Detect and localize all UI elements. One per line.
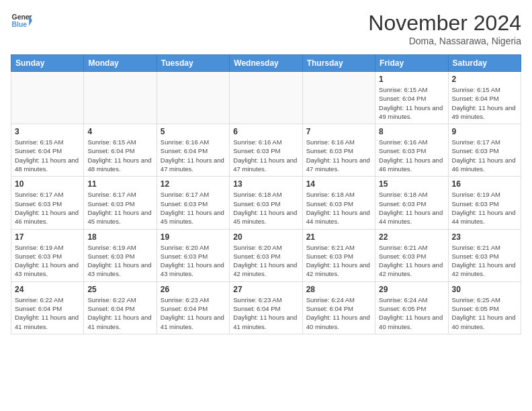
calendar-table: SundayMondayTuesdayWednesdayThursdayFrid… bbox=[11, 54, 521, 334]
week-row-4: 17Sunrise: 6:19 AM Sunset: 6:03 PM Dayli… bbox=[11, 229, 521, 281]
calendar-cell: 19Sunrise: 6:20 AM Sunset: 6:03 PM Dayli… bbox=[157, 229, 229, 281]
calendar-cell: 5Sunrise: 6:16 AM Sunset: 6:04 PM Daylig… bbox=[157, 124, 229, 177]
calendar-cell: 18Sunrise: 6:19 AM Sunset: 6:03 PM Dayli… bbox=[84, 229, 157, 281]
calendar-cell: 28Sunrise: 6:24 AM Sunset: 6:04 PM Dayli… bbox=[302, 281, 375, 334]
day-number: 22 bbox=[379, 232, 444, 242]
day-number: 16 bbox=[452, 179, 517, 189]
week-row-2: 3Sunrise: 6:15 AM Sunset: 6:04 PM Daylig… bbox=[11, 124, 521, 177]
calendar-cell: 14Sunrise: 6:18 AM Sunset: 6:03 PM Dayli… bbox=[302, 177, 375, 229]
calendar-cell: 2Sunrise: 6:15 AM Sunset: 6:04 PM Daylig… bbox=[448, 72, 521, 124]
calendar-cell: 3Sunrise: 6:15 AM Sunset: 6:04 PM Daylig… bbox=[11, 124, 84, 177]
logo: General Blue bbox=[11, 11, 32, 32]
calendar-cell: 24Sunrise: 6:22 AM Sunset: 6:04 PM Dayli… bbox=[11, 281, 84, 334]
calendar-cell: 13Sunrise: 6:18 AM Sunset: 6:03 PM Dayli… bbox=[230, 177, 302, 229]
calendar-body: 1Sunrise: 6:15 AM Sunset: 6:04 PM Daylig… bbox=[11, 72, 521, 334]
header-tuesday: Tuesday bbox=[157, 55, 229, 72]
calendar-cell: 9Sunrise: 6:17 AM Sunset: 6:03 PM Daylig… bbox=[448, 124, 521, 177]
calendar-cell: 8Sunrise: 6:16 AM Sunset: 6:03 PM Daylig… bbox=[375, 124, 448, 177]
day-info: Sunrise: 6:20 AM Sunset: 6:03 PM Dayligh… bbox=[233, 243, 298, 279]
logo-icon: General Blue bbox=[11, 11, 32, 32]
calendar-cell bbox=[84, 72, 157, 124]
header-friday: Friday bbox=[375, 55, 448, 72]
calendar-cell: 30Sunrise: 6:25 AM Sunset: 6:05 PM Dayli… bbox=[448, 281, 521, 334]
header-monday: Monday bbox=[84, 55, 157, 72]
header-sunday: Sunday bbox=[11, 55, 84, 72]
calendar-cell: 27Sunrise: 6:23 AM Sunset: 6:04 PM Dayli… bbox=[230, 281, 302, 334]
day-number: 20 bbox=[233, 232, 298, 242]
day-info: Sunrise: 6:18 AM Sunset: 6:03 PM Dayligh… bbox=[233, 190, 298, 226]
calendar-cell: 22Sunrise: 6:21 AM Sunset: 6:03 PM Dayli… bbox=[375, 229, 448, 281]
day-number: 26 bbox=[161, 285, 226, 294]
day-info: Sunrise: 6:15 AM Sunset: 6:04 PM Dayligh… bbox=[15, 138, 80, 173]
week-row-3: 10Sunrise: 6:17 AM Sunset: 6:03 PM Dayli… bbox=[11, 177, 521, 229]
day-info: Sunrise: 6:19 AM Sunset: 6:03 PM Dayligh… bbox=[87, 243, 152, 279]
day-number: 2 bbox=[452, 75, 517, 84]
day-info: Sunrise: 6:16 AM Sunset: 6:04 PM Dayligh… bbox=[161, 138, 226, 173]
day-info: Sunrise: 6:18 AM Sunset: 6:03 PM Dayligh… bbox=[306, 190, 371, 226]
calendar-cell: 21Sunrise: 6:21 AM Sunset: 6:03 PM Dayli… bbox=[302, 229, 375, 281]
calendar-cell: 12Sunrise: 6:17 AM Sunset: 6:03 PM Dayli… bbox=[157, 177, 229, 229]
day-number: 1 bbox=[379, 75, 444, 84]
day-number: 18 bbox=[87, 232, 152, 242]
calendar-cell: 10Sunrise: 6:17 AM Sunset: 6:03 PM Dayli… bbox=[11, 177, 84, 229]
calendar-cell: 6Sunrise: 6:16 AM Sunset: 6:03 PM Daylig… bbox=[230, 124, 302, 177]
title-block: November 2024 Doma, Nassarawa, Nigeria bbox=[368, 11, 521, 46]
day-info: Sunrise: 6:21 AM Sunset: 6:03 PM Dayligh… bbox=[306, 243, 371, 279]
day-info: Sunrise: 6:20 AM Sunset: 6:03 PM Dayligh… bbox=[161, 243, 226, 279]
day-info: Sunrise: 6:23 AM Sunset: 6:04 PM Dayligh… bbox=[233, 295, 298, 331]
day-info: Sunrise: 6:16 AM Sunset: 6:03 PM Dayligh… bbox=[306, 138, 371, 173]
day-info: Sunrise: 6:16 AM Sunset: 6:03 PM Dayligh… bbox=[379, 138, 444, 173]
day-number: 4 bbox=[87, 127, 152, 136]
day-info: Sunrise: 6:23 AM Sunset: 6:04 PM Dayligh… bbox=[161, 295, 226, 331]
day-info: Sunrise: 6:15 AM Sunset: 6:04 PM Dayligh… bbox=[452, 85, 517, 121]
day-number: 6 bbox=[233, 127, 298, 136]
day-number: 15 bbox=[379, 179, 444, 189]
day-number: 11 bbox=[87, 179, 152, 189]
day-number: 19 bbox=[161, 232, 226, 242]
day-info: Sunrise: 6:19 AM Sunset: 6:03 PM Dayligh… bbox=[15, 243, 80, 279]
week-row-5: 24Sunrise: 6:22 AM Sunset: 6:04 PM Dayli… bbox=[11, 281, 521, 334]
day-number: 14 bbox=[306, 179, 371, 189]
svg-text:Blue: Blue bbox=[12, 21, 28, 28]
day-info: Sunrise: 6:16 AM Sunset: 6:03 PM Dayligh… bbox=[233, 138, 298, 173]
day-number: 21 bbox=[306, 232, 371, 242]
calendar-cell bbox=[302, 72, 375, 124]
day-number: 10 bbox=[15, 179, 80, 189]
day-info: Sunrise: 6:15 AM Sunset: 6:04 PM Dayligh… bbox=[379, 85, 444, 121]
day-number: 5 bbox=[161, 127, 226, 136]
day-number: 9 bbox=[452, 127, 517, 136]
calendar-cell: 25Sunrise: 6:22 AM Sunset: 6:04 PM Dayli… bbox=[84, 281, 157, 334]
day-number: 12 bbox=[161, 179, 226, 189]
day-info: Sunrise: 6:22 AM Sunset: 6:04 PM Dayligh… bbox=[87, 295, 152, 331]
week-row-1: 1Sunrise: 6:15 AM Sunset: 6:04 PM Daylig… bbox=[11, 72, 521, 124]
day-info: Sunrise: 6:22 AM Sunset: 6:04 PM Dayligh… bbox=[15, 295, 80, 331]
calendar-cell: 7Sunrise: 6:16 AM Sunset: 6:03 PM Daylig… bbox=[302, 124, 375, 177]
day-info: Sunrise: 6:21 AM Sunset: 6:03 PM Dayligh… bbox=[452, 243, 517, 279]
day-number: 28 bbox=[306, 285, 371, 294]
day-number: 27 bbox=[233, 285, 298, 294]
calendar-cell: 11Sunrise: 6:17 AM Sunset: 6:03 PM Dayli… bbox=[84, 177, 157, 229]
day-number: 8 bbox=[379, 127, 444, 136]
calendar-cell: 1Sunrise: 6:15 AM Sunset: 6:04 PM Daylig… bbox=[375, 72, 448, 124]
day-info: Sunrise: 6:17 AM Sunset: 6:03 PM Dayligh… bbox=[452, 138, 517, 173]
day-info: Sunrise: 6:18 AM Sunset: 6:03 PM Dayligh… bbox=[379, 190, 444, 226]
day-number: 23 bbox=[452, 232, 517, 242]
page-header: General Blue November 2024 Doma, Nassara… bbox=[11, 11, 521, 46]
day-info: Sunrise: 6:19 AM Sunset: 6:03 PM Dayligh… bbox=[452, 190, 517, 226]
calendar-cell: 29Sunrise: 6:24 AM Sunset: 6:05 PM Dayli… bbox=[375, 281, 448, 334]
calendar-cell bbox=[230, 72, 302, 124]
header-row: SundayMondayTuesdayWednesdayThursdayFrid… bbox=[11, 55, 521, 72]
day-info: Sunrise: 6:15 AM Sunset: 6:04 PM Dayligh… bbox=[87, 138, 152, 173]
calendar-cell: 20Sunrise: 6:20 AM Sunset: 6:03 PM Dayli… bbox=[230, 229, 302, 281]
header-saturday: Saturday bbox=[448, 55, 521, 72]
day-info: Sunrise: 6:17 AM Sunset: 6:03 PM Dayligh… bbox=[87, 190, 152, 226]
day-info: Sunrise: 6:21 AM Sunset: 6:03 PM Dayligh… bbox=[379, 243, 444, 279]
calendar-cell bbox=[157, 72, 229, 124]
calendar-header: SundayMondayTuesdayWednesdayThursdayFrid… bbox=[11, 55, 521, 72]
calendar-cell: 23Sunrise: 6:21 AM Sunset: 6:03 PM Dayli… bbox=[448, 229, 521, 281]
calendar-cell: 15Sunrise: 6:18 AM Sunset: 6:03 PM Dayli… bbox=[375, 177, 448, 229]
day-number: 29 bbox=[379, 285, 444, 294]
day-number: 7 bbox=[306, 127, 371, 136]
day-info: Sunrise: 6:25 AM Sunset: 6:05 PM Dayligh… bbox=[452, 295, 517, 331]
calendar-subtitle: Doma, Nassarawa, Nigeria bbox=[368, 36, 521, 46]
